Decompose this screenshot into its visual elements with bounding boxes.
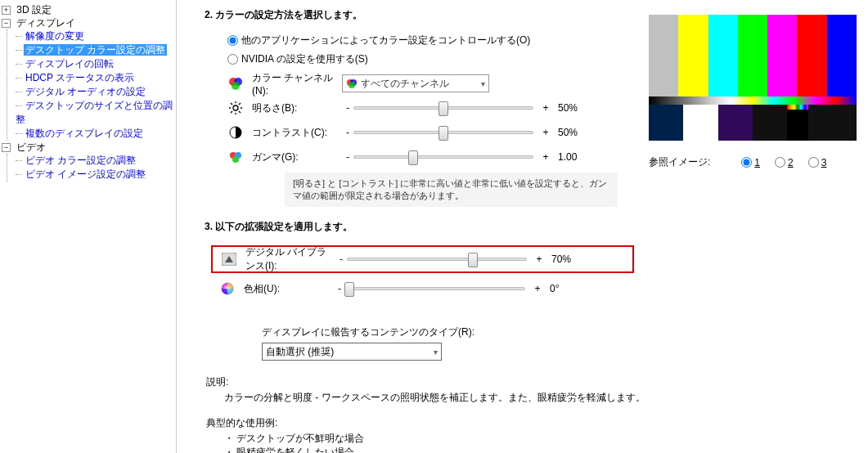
hue-slider[interactable]	[345, 287, 525, 290]
tree-item-sizepos[interactable]: デスクトップのサイズと位置の調整	[16, 100, 173, 125]
contrast-slider[interactable]	[353, 131, 533, 134]
ref-image-3[interactable]: 3	[808, 157, 827, 168]
svg-point-18	[232, 156, 239, 163]
gamma-slider[interactable]	[353, 155, 533, 159]
contrast-icon	[227, 124, 244, 141]
contrast-value: 50%	[558, 127, 591, 138]
brightness-value: 50%	[558, 102, 591, 114]
hue-label: 色相(U):	[244, 282, 334, 296]
svg-point-6	[233, 105, 238, 110]
svg-line-12	[239, 111, 241, 113]
collapse-display-icon[interactable]: −	[2, 19, 11, 28]
report-type-label: ディスプレイに報告するコンテンツのタイプ(R):	[262, 325, 649, 339]
tree-display[interactable]: ディスプレイ	[16, 17, 75, 29]
chevron-down-icon: ▾	[481, 79, 485, 88]
reference-image	[649, 15, 857, 141]
gamma-icon	[227, 149, 244, 165]
brightness-slider[interactable]	[353, 106, 533, 110]
expand-3d-icon[interactable]: +	[2, 6, 11, 15]
desc-body: カラーの分解と明度 - ワークスペースの照明状態を補正します。また、眼精疲労を軽…	[224, 391, 649, 405]
svg-line-11	[231, 103, 232, 105]
svg-line-14	[239, 103, 241, 105]
report-type-select[interactable]: 自動選択 (推奨) ▾	[262, 343, 442, 361]
tree-item-video-image[interactable]: ビデオ イメージ設定の調整	[24, 168, 147, 180]
collapse-video-icon[interactable]: −	[2, 143, 11, 152]
vibrance-label: デジタル バイブランス(I):	[245, 245, 335, 273]
color-channel-icon	[227, 75, 244, 92]
gamma-label: ガンマ(G):	[252, 150, 342, 164]
tree-item-video-color[interactable]: ビデオ カラー設定の調整	[24, 155, 137, 166]
tree-item-resolution[interactable]: 解像度の変更	[24, 30, 86, 42]
channel-select[interactable]: すべてのチャンネル ▾	[342, 74, 489, 92]
svg-point-2	[232, 82, 240, 90]
tree-video[interactable]: ビデオ	[16, 141, 46, 153]
usage-item: ・ 眼精疲労を軽くしたい場合	[224, 446, 649, 453]
gamma-note: [明るさ] と [コントラスト] に非常に高い値と非常に低い値を設定すると、ガン…	[285, 173, 618, 207]
ref-image-1[interactable]: 1	[741, 157, 760, 168]
gamma-value: 1.00	[558, 151, 591, 163]
ref-image-2[interactable]: 2	[775, 157, 794, 168]
desc-heading: 説明:	[206, 375, 649, 389]
tree-item-audio[interactable]: デジタル オーディオの設定	[24, 86, 147, 97]
section3-title: 3. 以下の拡張設定を適用します。	[205, 220, 649, 234]
brightness-icon	[227, 100, 244, 116]
navigation-tree: + 3D 設定 − ディスプレイ 解像度の変更 デスクトップ カラー設定の調整 …	[0, 0, 177, 453]
tree-3d[interactable]: 3D 設定	[16, 4, 52, 16]
usage-item: ・ デスクトップが不鮮明な場合	[224, 432, 649, 446]
vibrance-row-highlight: デジタル バイブランス(I): - + 70%	[211, 245, 634, 273]
radio-nvidia[interactable]: NVIDIA の設定を使用する(S)	[227, 53, 368, 65]
usage-heading: 典型的な使用例:	[206, 416, 649, 430]
vibrance-icon	[221, 251, 237, 267]
vibrance-value: 70%	[551, 253, 584, 265]
brightness-label: 明るさ(B):	[252, 101, 342, 115]
tree-item-multidisplay[interactable]: 複数のディスプレイの設定	[24, 128, 145, 139]
tree-item-hdcp[interactable]: HDCP ステータスの表示	[24, 72, 136, 83]
hue-icon	[219, 280, 236, 297]
section2-title: 2. カラーの設定方法を選択します。	[205, 8, 649, 22]
tree-item-desktop-color[interactable]: デスクトップ カラー設定の調整	[24, 44, 167, 56]
vibrance-slider[interactable]	[347, 258, 527, 261]
channel-label: カラー チャンネル(N):	[252, 71, 342, 96]
svg-point-5	[349, 82, 355, 88]
ref-image-label: 参照イメージ:	[649, 155, 710, 169]
svg-line-13	[231, 111, 232, 113]
radio-other-app[interactable]: 他のアプリケーションによってカラー設定をコントロールする(O)	[227, 34, 530, 46]
chevron-down-icon: ▾	[434, 348, 438, 357]
tree-item-rotate[interactable]: ディスプレイの回転	[24, 58, 115, 70]
hue-value: 0°	[550, 283, 582, 294]
contrast-label: コントラスト(C):	[252, 126, 342, 140]
